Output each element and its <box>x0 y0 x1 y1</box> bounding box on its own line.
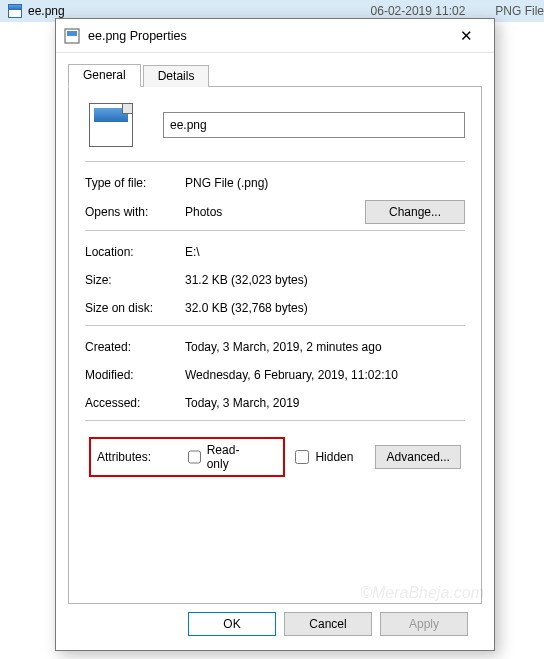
type-of-file-value: PNG File (.png) <box>185 176 465 190</box>
hidden-text: Hidden <box>315 450 353 464</box>
file-date-cell: 06-02-2019 11:02 <box>371 4 466 18</box>
hidden-checkbox[interactable] <box>295 450 309 464</box>
svg-rect-1 <box>67 31 77 36</box>
titlebar: ee.png Properties ✕ <box>56 19 494 53</box>
window-icon <box>64 28 80 44</box>
opens-with-value: Photos <box>185 205 365 219</box>
apply-button[interactable]: Apply <box>380 612 468 636</box>
readonly-checkbox[interactable] <box>188 450 201 464</box>
attributes-highlight: Attributes: Read-only <box>89 437 285 477</box>
modified-value: Wednesday, 6 February, 2019, 11:02:10 <box>185 368 465 382</box>
attributes-label: Attributes: <box>97 450 188 464</box>
created-value: Today, 3 March, 2019, 2 minutes ago <box>185 340 465 354</box>
opens-with-label: Opens with: <box>85 205 185 219</box>
size-value: 31.2 KB (32,023 bytes) <box>185 273 465 287</box>
type-of-file-label: Type of file: <box>85 176 185 190</box>
image-file-icon <box>8 4 22 18</box>
size-on-disk-label: Size on disk: <box>85 301 185 315</box>
tab-general[interactable]: General <box>68 64 141 87</box>
location-label: Location: <box>85 245 185 259</box>
dialog-buttons: OK Cancel Apply <box>68 604 482 644</box>
general-panel: Type of file: PNG File (.png) Opens with… <box>68 87 482 604</box>
divider <box>85 230 465 231</box>
tab-strip: General Details <box>68 63 482 87</box>
divider <box>85 161 465 162</box>
properties-dialog: ee.png Properties ✕ General Details Type… <box>55 18 495 651</box>
ok-button[interactable]: OK <box>188 612 276 636</box>
tab-details[interactable]: Details <box>143 65 210 87</box>
change-button[interactable]: Change... <box>365 200 465 224</box>
file-name-cell: ee.png <box>28 4 65 18</box>
close-icon: ✕ <box>460 27 473 45</box>
divider <box>85 420 465 421</box>
hidden-checkbox-label[interactable]: Hidden <box>295 450 353 464</box>
readonly-text: Read-only <box>207 443 256 471</box>
close-button[interactable]: ✕ <box>446 22 486 50</box>
file-type-cell: PNG File <box>495 4 544 18</box>
window-title: ee.png Properties <box>88 29 187 43</box>
advanced-button[interactable]: Advanced... <box>375 445 461 469</box>
readonly-checkbox-label[interactable]: Read-only <box>188 443 256 471</box>
modified-label: Modified: <box>85 368 185 382</box>
accessed-value: Today, 3 March, 2019 <box>185 396 465 410</box>
filename-input[interactable] <box>163 112 465 138</box>
location-value: E:\ <box>185 245 465 259</box>
cancel-button[interactable]: Cancel <box>284 612 372 636</box>
size-on-disk-value: 32.0 KB (32,768 bytes) <box>185 301 465 315</box>
accessed-label: Accessed: <box>85 396 185 410</box>
file-type-icon <box>89 103 133 147</box>
size-label: Size: <box>85 273 185 287</box>
divider <box>85 325 465 326</box>
created-label: Created: <box>85 340 185 354</box>
